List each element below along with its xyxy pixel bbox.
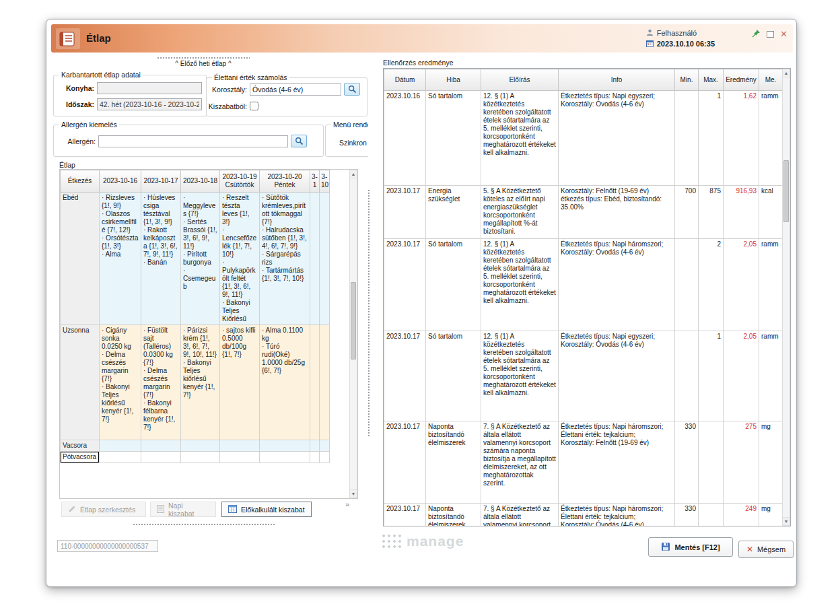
precalculated-batch-button[interactable]: Előkalkulált kiszabat <box>221 502 312 517</box>
cell-max[interactable] <box>699 421 724 504</box>
cell-info[interactable]: Étkeztetés típus: Napi egyszeri; Koroszt… <box>559 91 675 186</box>
cell-max[interactable]: 2 <box>699 239 724 331</box>
sync-button[interactable]: Szinkron <box>339 139 367 147</box>
menu-col-header[interactable]: 2023-10-19 Csütörtök <box>220 170 260 193</box>
meal-row-header[interactable]: Ebéd <box>61 193 100 325</box>
cell-result[interactable]: 275 <box>724 421 759 504</box>
record-id-field[interactable] <box>57 540 158 552</box>
menu-col-header[interactable]: 3-10 <box>320 170 330 193</box>
menu-cell[interactable] <box>100 452 141 463</box>
kitchen-field[interactable] <box>97 82 202 94</box>
scroll-down-icon[interactable]: ▼ <box>783 517 790 525</box>
menu-col-header[interactable]: 2023-10-18 <box>181 170 220 193</box>
cell-result[interactable]: 2,05 <box>724 239 759 331</box>
scroll-down-icon[interactable]: ▼ <box>350 489 357 498</box>
menu-cell[interactable] <box>320 452 330 463</box>
allergen-search-button[interactable] <box>291 135 307 147</box>
cell-unit[interactable]: mg <box>759 421 783 504</box>
cell-info[interactable]: Étkeztetés típus: Napi háromszori; Élett… <box>559 504 675 527</box>
cell-error[interactable]: Energia szükséglet <box>426 186 481 239</box>
cell-rule[interactable]: 12. § (1) A közétkeztetés keretében szol… <box>481 331 559 421</box>
cell-info[interactable]: Korosztály: Felnőtt (19-69 év) étkezés t… <box>559 186 675 239</box>
cell-min[interactable] <box>675 331 699 421</box>
menu-cell[interactable]: · Cigány sonka 0.0250 kg · Delma csészés… <box>100 325 141 440</box>
menu-cell[interactable] <box>310 325 320 440</box>
cell-error[interactable]: Naponta biztosítandó élelmiszerek <box>426 421 481 504</box>
cell-error[interactable]: Só tartalom <box>426 239 481 331</box>
scrollbar-thumb[interactable] <box>351 282 356 360</box>
menu-cell[interactable]: · Párizsi krém {1!, 3!, 6!, 7!, 9!, 10!,… <box>181 325 220 440</box>
cell-unit[interactable]: kcal <box>759 186 783 239</box>
kiszabatbol-checkbox[interactable] <box>250 102 258 110</box>
period-field[interactable] <box>97 98 202 110</box>
titlebar[interactable]: Étlap Felhasználó 2023.10.10 06:35 ✕ <box>51 24 793 53</box>
cell-unit[interactable]: ramm <box>759 331 783 421</box>
prev-week-link[interactable]: ^ Előző heti étlap ^ <box>150 60 256 67</box>
results-col-header[interactable]: Min. <box>675 69 699 91</box>
cell-result[interactable]: 249 <box>724 504 759 527</box>
menu-cell[interactable] <box>220 440 260 452</box>
cell-min[interactable]: 700 <box>675 186 699 239</box>
cell-date[interactable]: 2023.10.17 <box>384 239 426 331</box>
horizontal-splitter[interactable] <box>133 523 275 526</box>
menu-cell[interactable] <box>310 193 320 325</box>
menu-col-header[interactable]: 2023-10-17 <box>141 170 181 193</box>
toolbar-overflow-chevron[interactable]: » <box>345 500 349 508</box>
menu-cell[interactable]: · Füstölt sajt (Talléros) 0.0300 kg {7!}… <box>141 325 181 440</box>
results-col-header[interactable]: Max. <box>699 69 724 91</box>
cell-date[interactable]: 2023.10.17 <box>384 421 426 504</box>
cell-date[interactable]: 2023.10.17 <box>384 504 426 527</box>
menu-cell[interactable] <box>320 325 330 440</box>
results-col-header[interactable]: Előírás <box>481 69 559 91</box>
cell-date[interactable]: 2023.10.17 <box>384 331 426 421</box>
menu-cell[interactable] <box>260 452 310 463</box>
cell-info[interactable]: Étkeztetés típus: Napi háromszori; Élett… <box>559 421 675 504</box>
prev-week-splitter[interactable] <box>157 57 250 59</box>
cell-min[interactable] <box>675 91 699 186</box>
results-col-header[interactable]: Hiba <box>426 69 481 91</box>
cell-max[interactable]: 1 <box>699 331 724 421</box>
cell-max[interactable] <box>699 504 724 527</box>
cell-rule[interactable]: 12. § (1) A közétkeztetés keretében szol… <box>481 91 559 186</box>
menu-cell[interactable] <box>260 440 310 452</box>
scrollbar-thumb[interactable] <box>783 160 789 222</box>
age-group-field[interactable] <box>250 83 341 96</box>
menu-cell[interactable] <box>320 193 330 325</box>
cell-min[interactable] <box>675 239 699 331</box>
meal-row-header-focused[interactable]: Pótvacsora <box>61 452 100 463</box>
menu-cell[interactable] <box>220 452 260 463</box>
menu-col-header[interactable]: 3-1 <box>310 170 320 193</box>
close-button[interactable]: ✕ <box>780 30 788 38</box>
cell-result[interactable]: 1,62 <box>724 91 759 186</box>
results-col-header[interactable]: Dátum <box>384 69 426 91</box>
cell-info[interactable]: Étkeztetés típus: Napi háromszori; Koros… <box>559 239 675 331</box>
menu-cell[interactable]: · sajtos kifli 0.5000 db/100g {1!, 7!} <box>220 325 260 440</box>
results-col-header[interactable]: Info <box>559 69 675 91</box>
cell-date[interactable]: 2023.10.16 <box>384 91 426 186</box>
results-col-header[interactable]: Me. <box>759 69 783 91</box>
menu-cell[interactable] <box>141 452 181 463</box>
menu-cell[interactable] <box>310 440 320 452</box>
menu-cell[interactable]: · Meggyleves {7!} · Sertés Brassói {1!, … <box>181 193 220 325</box>
menu-cell[interactable] <box>320 440 330 452</box>
cell-max[interactable]: 875 <box>699 186 724 239</box>
cell-max[interactable]: 1 <box>699 91 724 186</box>
menu-cell[interactable]: · Rizsleves {1!, 9!} · Olaszos csirkemel… <box>100 193 141 325</box>
scroll-up-icon[interactable]: ▲ <box>783 69 790 77</box>
vertical-splitter[interactable] <box>368 189 371 437</box>
cell-rule[interactable]: 5. § A Közétkeztető köteles az előírt na… <box>481 186 559 239</box>
cell-error[interactable]: Só tartalom <box>426 331 481 421</box>
menu-cell[interactable] <box>141 440 181 452</box>
cell-unit[interactable]: mg <box>759 504 783 527</box>
menu-table-scrollbar[interactable]: ▲ ▼ <box>349 170 357 498</box>
cell-error[interactable]: Só tartalom <box>426 91 481 186</box>
pin-button[interactable] <box>752 28 761 40</box>
meal-row-header[interactable]: Vacsora <box>61 440 100 452</box>
cell-min[interactable]: 330 <box>675 421 699 504</box>
menu-col-header[interactable]: Étkezés <box>61 170 100 193</box>
menu-col-header[interactable]: 2023-10-20 Péntek <box>260 170 310 193</box>
menu-cell[interactable]: · Sütőtök krémleves,pirított tökmaggal {… <box>260 193 310 325</box>
cell-error[interactable]: Naponta biztosítandó élelmiszerek <box>426 504 481 527</box>
edit-menu-button[interactable]: Étlap szerkesztés <box>61 502 146 517</box>
menu-cell[interactable]: · Reszelt tészta leves {1!, 3!} · Lencse… <box>220 193 260 325</box>
